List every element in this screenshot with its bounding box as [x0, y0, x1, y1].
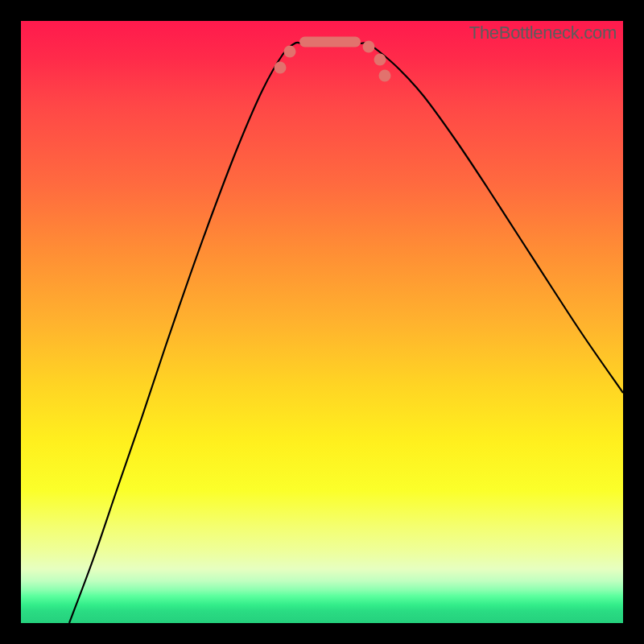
curve-left-branch — [69, 43, 301, 623]
chart-frame: TheBottleneck.com — [0, 0, 644, 644]
curve-marker — [275, 62, 287, 74]
curve-right-branch — [361, 43, 623, 393]
curve-marker — [284, 46, 296, 58]
curve-marker — [379, 70, 391, 82]
watermark-text: TheBottleneck.com — [469, 23, 617, 43]
curve-marker — [374, 54, 386, 66]
plot-area: TheBottleneck.com — [21, 21, 623, 623]
valley-marker-bar — [299, 37, 361, 47]
chart-svg — [21, 21, 623, 623]
curve-marker — [363, 41, 375, 53]
